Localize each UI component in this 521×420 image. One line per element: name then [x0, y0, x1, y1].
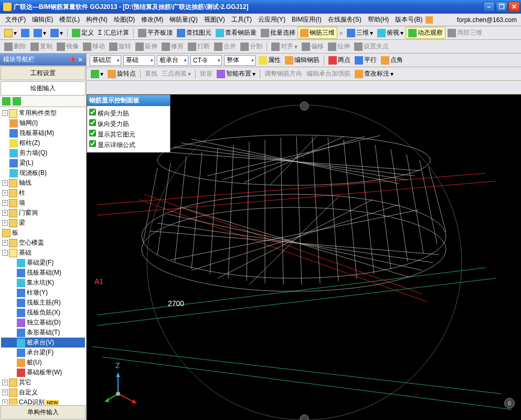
perspective-button[interactable]: 俯视▾ [375, 27, 406, 38]
tree-axes[interactable]: +轴线 [1, 178, 85, 188]
smart-layout-button[interactable]: 智能布置▾ [215, 68, 258, 79]
tree-beams[interactable]: +梁 [1, 218, 85, 228]
3d-canvas[interactable]: A1 2700 8 Z 钢筋显示控制面板 横向受力筋 纵向受力筋 显示其它图元 … [87, 94, 521, 420]
tree-raft-foundation2[interactable]: 筏板基础(M) [1, 268, 85, 278]
tree-foundation[interactable]: −基础 [1, 248, 85, 258]
tree-slabs[interactable]: 板 [1, 228, 85, 238]
tab-single-component[interactable]: 单构件输入 [1, 405, 86, 419]
rotate-button[interactable]: 旋转 [107, 41, 133, 52]
menu-view[interactable]: 视图(V) [201, 14, 228, 26]
edit-pilecap-rebar-button[interactable]: 编辑承台加强筋 [304, 68, 353, 79]
tree-raft-foundation[interactable]: 筏板基础(M) [1, 128, 85, 138]
open-button[interactable]: ▾ [2, 28, 19, 38]
tree-slab[interactable]: 现浇板(B) [1, 168, 85, 178]
tree-foundation-strip[interactable]: 基础板带(W) [1, 368, 85, 377]
tree-shear-wall[interactable]: 剪力墙(Q) [1, 148, 85, 158]
trim-button[interactable]: 修剪 [160, 41, 186, 52]
menu-bim[interactable]: BIM应用(I) [289, 14, 325, 26]
tree-foundation-beam[interactable]: 基础梁(F) [1, 258, 85, 268]
find-button[interactable]: 查找图元 [175, 27, 214, 38]
close-button[interactable]: ✕ [508, 2, 520, 12]
check-annotation-button[interactable]: 查改标注▾ [353, 68, 396, 79]
menu-tool[interactable]: 工具(T) [228, 14, 255, 26]
local3d-button[interactable]: 局部三维 [445, 27, 484, 38]
tab-project-settings[interactable]: 工程设置 [1, 66, 86, 80]
split-button[interactable]: 分割 [238, 41, 264, 52]
tree-openings[interactable]: +门窗洞 [1, 208, 85, 218]
delete-button[interactable]: 删除 [2, 41, 28, 52]
sum-button[interactable]: Σ 汇总计算 [96, 27, 131, 38]
menu-version[interactable]: 版本号(B) [392, 14, 426, 26]
flatslab-button[interactable]: 平齐板顶 [136, 27, 175, 38]
pointangle-button[interactable]: 点角 [379, 55, 405, 66]
attribute-button[interactable]: 属性 [257, 55, 283, 66]
dynamic-view-button[interactable]: 动态观察 [406, 27, 445, 39]
save-button[interactable] [19, 28, 31, 38]
edit-rebar-button[interactable]: 编辑钢筋 [283, 55, 322, 66]
chk-show-formula[interactable]: 显示详细公式 [89, 140, 168, 150]
redo-button[interactable]: ▾ [48, 28, 65, 38]
tree-pile-cap[interactable]: 桩承台(V) [1, 338, 85, 348]
menu-icon[interactable] [426, 16, 433, 24]
align-button[interactable]: 对齐▾ [269, 41, 300, 52]
grip-button[interactable]: 设置夹点 [352, 41, 391, 52]
tree-common[interactable]: −常用构件类型 [1, 108, 85, 118]
pin-icon[interactable]: 📌 ✕ [68, 56, 83, 64]
whole-dropdown[interactable]: 整体 [224, 55, 256, 66]
tree-raft-neg-rebar[interactable]: 筏板负筋(X) [1, 308, 85, 318]
tree-raft-main-rebar[interactable]: 筏板主筋(R) [1, 298, 85, 308]
merge-button[interactable]: 合并 [212, 41, 238, 52]
mirror-button[interactable]: 镜像 [55, 41, 81, 52]
menu-online[interactable]: 在线服务(S) [325, 14, 365, 26]
extend-button[interactable]: 延伸 [133, 41, 160, 52]
tree-beam[interactable]: 梁(L) [1, 158, 85, 168]
menu-file[interactable]: 文件(F) [2, 14, 29, 26]
component-tree[interactable]: −常用构件类型 轴网(I) 筏板基础(M) 框柱(Z) 剪力墙(Q) 梁(L) … [0, 107, 86, 405]
family-dropdown[interactable]: 基础 [123, 55, 155, 66]
chk-show-other[interactable]: 显示其它图元 [89, 129, 168, 140]
menu-floor[interactable]: 楼层(L) [56, 14, 83, 26]
tree-walls[interactable]: +墙 [1, 198, 85, 208]
chk-horizontal-rebar[interactable]: 横向受力筋 [89, 108, 168, 119]
adjust-rebar-button[interactable]: 调整钢筋方向 [262, 68, 304, 79]
menu-component[interactable]: 构件(N) [83, 14, 111, 26]
tree-custom[interactable]: +自定义 [1, 387, 85, 397]
menu-draw[interactable]: 绘图(D) [111, 14, 139, 26]
menu-help[interactable]: 帮助(H) [365, 14, 392, 26]
tree-axis-grid[interactable]: 轴网(I) [1, 118, 85, 128]
tree-frame-column[interactable]: 框柱(Z) [1, 138, 85, 148]
collapse-icon[interactable] [13, 97, 21, 106]
point-button[interactable]: ▾ [89, 69, 105, 79]
tree-pile-cap-beam[interactable]: 承台梁(F) [1, 348, 85, 358]
copy-button[interactable]: 复制 [28, 41, 55, 52]
offset-button[interactable]: 偏移 [300, 41, 326, 52]
tree-sump[interactable]: 集水坑(K) [1, 278, 85, 288]
rebar-display-panel[interactable]: 钢筋显示控制面板 横向受力筋 纵向受力筋 显示其它图元 显示详细公式 [87, 94, 171, 153]
code-dropdown[interactable]: CT-9 [190, 55, 222, 66]
undo-button[interactable]: ▾ [31, 28, 48, 38]
menu-modify[interactable]: 修改(M) [138, 14, 166, 26]
rebar3d-button[interactable]: 钢筋三维 [297, 27, 337, 39]
tree-pile[interactable]: 桩(U) [1, 358, 85, 368]
define-button[interactable]: 定义 [70, 27, 96, 38]
type-dropdown[interactable]: 桩承台 [157, 55, 188, 66]
expand-icon[interactable] [2, 97, 10, 106]
tree-strip-footing[interactable]: 条形基础(T) [1, 328, 85, 338]
floor-dropdown[interactable]: 基础层 [90, 55, 121, 66]
minimize-button[interactable]: – [483, 2, 495, 12]
tree-hollow[interactable]: +空心楼盖 [1, 238, 85, 248]
tree-cad-recognition[interactable]: +CAD识别NEW [1, 397, 85, 405]
rect-button[interactable]: 矩形 [198, 68, 215, 79]
chk-vertical-rebar[interactable]: 纵向受力筋 [89, 119, 168, 129]
maximize-button[interactable]: ❐ [496, 2, 507, 12]
twopoint-button[interactable]: 两点 [326, 55, 353, 66]
break-button[interactable]: 打断 [186, 41, 212, 52]
rotate-point-button[interactable]: 旋转点 [105, 68, 138, 79]
tree-other[interactable]: +其它 [1, 377, 85, 387]
parallel-button[interactable]: 平行 [353, 55, 379, 66]
3d-button[interactable]: 三维▾ [345, 27, 375, 38]
tree-isolated-footing[interactable]: 独立基础(D) [1, 318, 85, 328]
tree-columns[interactable]: +柱 [1, 188, 85, 198]
tab-draw-input[interactable]: 绘图输入 [1, 81, 86, 96]
menu-cloud[interactable]: 云应用(Y) [255, 14, 289, 26]
